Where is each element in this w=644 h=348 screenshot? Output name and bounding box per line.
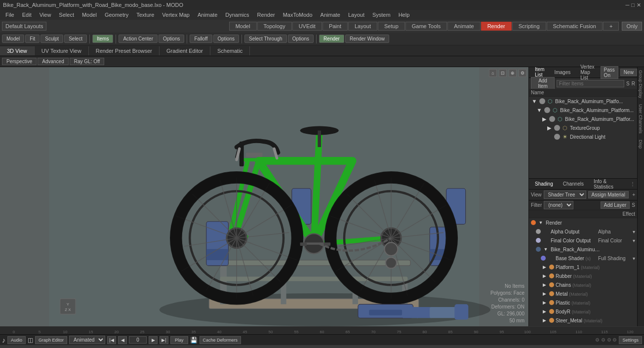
- item-row-child1[interactable]: ▼ ⬡ Bike_Rack_Aluminum_Platform...: [529, 106, 637, 115]
- shader-row-alpha[interactable]: Alpha Output Alpha ▾: [529, 227, 637, 236]
- only-btn[interactable]: Only: [622, 22, 642, 31]
- shading-add-icon[interactable]: +: [632, 192, 635, 197]
- shading-body[interactable]: ▼ Render Alpha Output Alpha ▾: [529, 218, 637, 326]
- options1-btn[interactable]: Options: [159, 35, 184, 43]
- settings-btn[interactable]: Settings: [619, 336, 642, 344]
- advanced-btn[interactable]: Advanced: [38, 58, 68, 65]
- viewport-zoom-btn[interactable]: ⊕: [509, 69, 517, 77]
- item-visibility-2[interactable]: [549, 116, 555, 122]
- tab-game-tools[interactable]: Game Tools: [405, 22, 447, 31]
- item-visibility[interactable]: [539, 98, 545, 104]
- action-center-btn[interactable]: Action Center: [119, 35, 158, 43]
- shader-row-rubber[interactable]: ▶ Rubber (Material): [529, 271, 637, 280]
- items-btn[interactable]: Items: [92, 35, 113, 43]
- viewport-home-btn[interactable]: ⌂: [489, 69, 497, 77]
- menu-layout[interactable]: Layout: [345, 11, 368, 19]
- shader-row-base-shader[interactable]: Base Shader (s) Full Shading ▾: [529, 254, 637, 263]
- frame-input[interactable]: [129, 336, 147, 344]
- 3d-viewport[interactable]: Y Z X No Items Polygons: Face Channels: …: [0, 67, 528, 326]
- cache-deformers-btn[interactable]: Cache Deformers: [200, 336, 242, 344]
- viewport-settings-btn[interactable]: ⚙: [519, 69, 526, 77]
- alpha-dropdown[interactable]: ▾: [633, 229, 635, 234]
- menu-dynamics[interactable]: Dynamics: [222, 11, 252, 19]
- layout-select[interactable]: Default Layouts: [2, 22, 46, 31]
- user-display-strip[interactable]: Disp: [638, 137, 644, 152]
- vp-tab-schematic[interactable]: Schematic: [210, 46, 250, 55]
- next-frame-btn[interactable]: ▶: [149, 336, 158, 344]
- graph-editor-btn[interactable]: Graph Editor: [35, 336, 67, 344]
- group-display-strip[interactable]: Group Display: [638, 67, 644, 101]
- prev-frame-btn[interactable]: ◀: [118, 336, 127, 344]
- shading-panel-icons[interactable]: ⋮: [630, 181, 635, 187]
- options2-btn[interactable]: Options: [213, 35, 239, 43]
- shader-row-metal[interactable]: ▶ Metal (Material): [529, 289, 637, 298]
- select-through-btn[interactable]: Select Through: [244, 35, 287, 43]
- menu-render[interactable]: Render: [254, 11, 279, 19]
- tab-render[interactable]: Render: [481, 22, 512, 31]
- tab-add[interactable]: +: [603, 22, 619, 31]
- shader-row-bodyr[interactable]: ▶ BodyR (Material): [529, 307, 637, 316]
- shader-tree-select[interactable]: Shader Tree: [544, 191, 586, 199]
- menu-maxtomodo[interactable]: MaxToModo: [280, 11, 316, 19]
- menu-geometry[interactable]: Geometry: [101, 11, 132, 19]
- ray-gl-btn[interactable]: Ray GL: Off: [70, 58, 105, 65]
- menu-system[interactable]: System: [369, 11, 394, 19]
- render-btn[interactable]: Render: [319, 35, 344, 43]
- tab-paint[interactable]: Paint: [322, 22, 348, 31]
- render-window-btn[interactable]: Render Window: [345, 35, 389, 43]
- vp-tab-render-preset[interactable]: Render Preset Browser: [89, 46, 160, 55]
- add-layer-btn[interactable]: Add Layer: [601, 201, 630, 209]
- shading-tab-shading[interactable]: Shading: [531, 180, 557, 188]
- options3-btn[interactable]: Options: [288, 35, 314, 43]
- vp-tab-3d[interactable]: 3D View: [0, 46, 35, 55]
- item-visibility-4[interactable]: [554, 134, 560, 140]
- fit-btn[interactable]: Fit: [25, 35, 40, 43]
- audio-btn[interactable]: Audio: [7, 336, 26, 344]
- menu-texture[interactable]: Texture: [133, 11, 158, 19]
- perspective-btn[interactable]: Perspective: [2, 58, 37, 65]
- shading-s-btn[interactable]: S: [632, 202, 635, 208]
- tab-model[interactable]: Model: [229, 22, 257, 31]
- viewport-fit-btn[interactable]: ⊡: [499, 69, 507, 77]
- item-row-dir-light[interactable]: ☀ Directional Light: [529, 132, 637, 141]
- item-row-texture-group[interactable]: ▶ ⬡ TextureGroup: [529, 123, 637, 132]
- filter-items-input[interactable]: [557, 80, 624, 87]
- item-row-child2[interactable]: ▶ ⬡ Bike_Rack_Aluminum_Platfor...: [529, 115, 637, 123]
- shading-tab-info[interactable]: Info & Statistics: [590, 178, 628, 191]
- menu-file[interactable]: File: [2, 11, 18, 19]
- tab-setup[interactable]: Setup: [378, 22, 405, 31]
- shader-row-bike-rack[interactable]: ▼ Bike_Rack_Aluminum_....: [529, 245, 637, 254]
- user-channels-strip[interactable]: User Channels: [638, 101, 644, 137]
- model-btn[interactable]: Model: [2, 35, 24, 43]
- new-btn[interactable]: New: [620, 69, 637, 76]
- item-visibility-1[interactable]: [544, 107, 550, 113]
- menu-animate2[interactable]: Animate: [317, 11, 344, 19]
- menu-edit[interactable]: Edit: [19, 11, 35, 19]
- shader-row-chains[interactable]: ▶ Chains (Material): [529, 280, 637, 289]
- close-btn[interactable]: ✕: [637, 2, 641, 8]
- shader-row-platform1[interactable]: ▶ Platform_1 (Material): [529, 263, 637, 271]
- prev-keyframe-btn[interactable]: |◀: [107, 336, 116, 344]
- panel-tab-images[interactable]: Images: [550, 69, 574, 76]
- vp-tab-gradient[interactable]: Gradient Editor: [160, 46, 210, 55]
- shader-row-steer-metal[interactable]: ▶ Steer_Metal (Material): [529, 316, 637, 325]
- base-dropdown[interactable]: ▾: [633, 256, 635, 261]
- vp-tab-uv[interactable]: UV Texture View: [35, 46, 89, 55]
- shader-row-render[interactable]: ▼ Render: [529, 218, 637, 227]
- sculpt-btn[interactable]: Sculpt: [40, 35, 63, 43]
- tab-layout[interactable]: Layout: [348, 22, 377, 31]
- assign-material-btn[interactable]: Assign Material: [588, 191, 629, 198]
- next-keyframe-btn[interactable]: ▶|: [160, 336, 168, 344]
- filter-select[interactable]: (none): [544, 201, 573, 209]
- tab-animate[interactable]: Animate: [447, 22, 480, 31]
- falloff-btn[interactable]: Falloff: [190, 35, 212, 43]
- add-item-btn[interactable]: Add Item: [531, 77, 555, 90]
- animated-select[interactable]: Animated: [69, 336, 105, 344]
- tab-uvedit[interactable]: UVEdit: [292, 22, 322, 31]
- play-btn[interactable]: Play: [170, 336, 188, 344]
- menu-view[interactable]: View: [36, 11, 55, 19]
- item-visibility-3[interactable]: [554, 125, 560, 131]
- shading-tab-channels[interactable]: Channels: [559, 180, 588, 188]
- filter-s-btn[interactable]: S: [626, 81, 630, 86]
- pass-on-btn[interactable]: Pass On: [601, 66, 618, 79]
